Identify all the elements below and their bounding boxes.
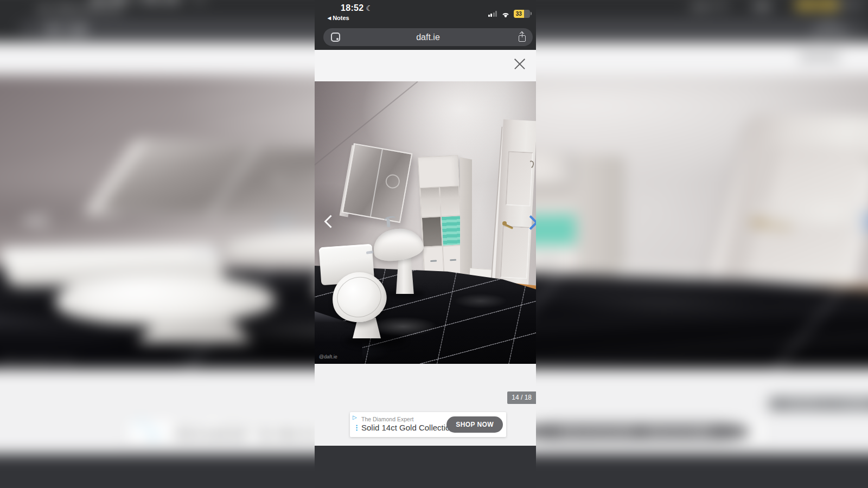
dark-bath-panel bbox=[0, 314, 177, 369]
ad-advertiser: The Diamond Expert bbox=[361, 416, 413, 422]
white-door bbox=[494, 119, 536, 294]
mirror-cabinet-side bbox=[83, 141, 169, 216]
ad-banner[interactable]: ▷ ⋮ The Diamond Expert Solid 14ct Gold C… bbox=[350, 412, 506, 437]
screenshot-stage: 18:52☾ ◀Notes 33 daft.ie bbox=[0, 0, 868, 488]
adchoices-icon[interactable]: ▷ bbox=[353, 415, 357, 420]
cube-shelf-unit bbox=[418, 155, 464, 281]
battery-icon: 33 bbox=[795, 0, 862, 9]
back-triangle-icon: ◀ bbox=[35, 7, 48, 11]
previous-photo-chevron[interactable] bbox=[324, 215, 337, 228]
battery-icon: 33 bbox=[514, 10, 530, 18]
adchoices-dots-icon: ⋮ bbox=[139, 431, 168, 439]
shelf-side-panel bbox=[576, 153, 625, 284]
wifi-icon bbox=[742, 1, 780, 8]
address-bar[interactable]: daft.ie bbox=[323, 28, 533, 46]
brass-door-handle bbox=[495, 221, 507, 233]
toilet-base bbox=[137, 320, 252, 342]
close-icon[interactable] bbox=[789, 49, 851, 65]
wooden-threshold bbox=[686, 282, 868, 296]
sink-tap-body bbox=[275, 217, 291, 227]
teal-towels bbox=[441, 215, 462, 246]
wifi-icon bbox=[501, 10, 510, 17]
shop-now-button[interactable]: SHOP NOW bbox=[521, 423, 751, 440]
toilet-cistern bbox=[0, 244, 226, 287]
time-text: 18:52 bbox=[341, 3, 363, 12]
battery-nub bbox=[864, 3, 868, 6]
battery-nub bbox=[531, 12, 532, 15]
share-icon[interactable] bbox=[519, 33, 526, 42]
gallery-header bbox=[315, 50, 536, 81]
back-to-app-notes[interactable]: ◀Notes bbox=[328, 15, 349, 21]
battery-fill bbox=[795, 0, 837, 9]
browser-top-chrome: 18:52☾ ◀Notes 33 daft.ie bbox=[315, 0, 536, 50]
status-time: 18:52☾ bbox=[88, 0, 219, 4]
back-triangle-icon: ◀ bbox=[328, 16, 331, 21]
back-to-app-notes[interactable]: ◀Notes bbox=[35, 5, 123, 12]
url-text[interactable]: daft.ie bbox=[323, 33, 533, 42]
ad-headline: Solid 14ct Gold Collection bbox=[361, 423, 455, 432]
battery-percent: 33 bbox=[514, 10, 524, 18]
shop-now-button[interactable]: SHOP NOW bbox=[446, 416, 503, 433]
status-icons: 33 bbox=[488, 9, 531, 18]
google-lens-icon[interactable] bbox=[48, 24, 86, 34]
cellular-signal-icon bbox=[690, 1, 726, 7]
status-icons: 33 bbox=[690, 0, 862, 9]
door-hook bbox=[848, 156, 868, 166]
sink-basin bbox=[372, 226, 425, 264]
listing-photo-bathroom: @daft.ie bbox=[315, 81, 536, 364]
close-icon[interactable] bbox=[512, 56, 527, 72]
focus-moon-icon: ☾ bbox=[366, 4, 373, 12]
photo-watermark: @daft.ie bbox=[319, 354, 337, 359]
white-door bbox=[716, 114, 868, 297]
share-icon[interactable] bbox=[815, 24, 844, 34]
photo-counter: 14 / 18 bbox=[507, 391, 536, 404]
mirror-cabinet bbox=[341, 143, 412, 223]
skirting-board bbox=[615, 269, 741, 280]
previous-photo-chevron[interactable] bbox=[21, 214, 74, 227]
sink-tap-body bbox=[386, 219, 390, 227]
toilet-bowl bbox=[31, 267, 296, 331]
back-app-label: Notes bbox=[55, 5, 123, 12]
battery-percent: 33 bbox=[795, 0, 837, 9]
brass-door-handle bbox=[718, 220, 767, 233]
adchoices-dots-icon: ⋮ bbox=[353, 424, 360, 431]
flush-handle bbox=[192, 251, 221, 255]
phone-screenshot: 18:52☾ ◀Notes 33 daft.ie bbox=[315, 0, 536, 488]
cellular-signal-icon bbox=[488, 11, 497, 17]
focus-moon-icon: ☾ bbox=[191, 0, 220, 3]
time-text: 18:52 bbox=[88, 0, 182, 3]
shelf-side-panel bbox=[460, 157, 472, 282]
browser-toolbar: ← → + 22 bbox=[315, 446, 536, 488]
back-app-label: Notes bbox=[333, 15, 349, 21]
sink-tap bbox=[264, 214, 316, 223]
door-frame bbox=[704, 122, 781, 292]
status-time: 18:52☾ bbox=[341, 3, 373, 13]
photo-counter: 14 / 18 bbox=[769, 397, 868, 410]
adchoices-icon[interactable]: ▷ bbox=[137, 422, 154, 427]
photo-watermark: @daft.ie bbox=[0, 358, 74, 364]
next-photo-chevron[interactable] bbox=[835, 214, 868, 229]
